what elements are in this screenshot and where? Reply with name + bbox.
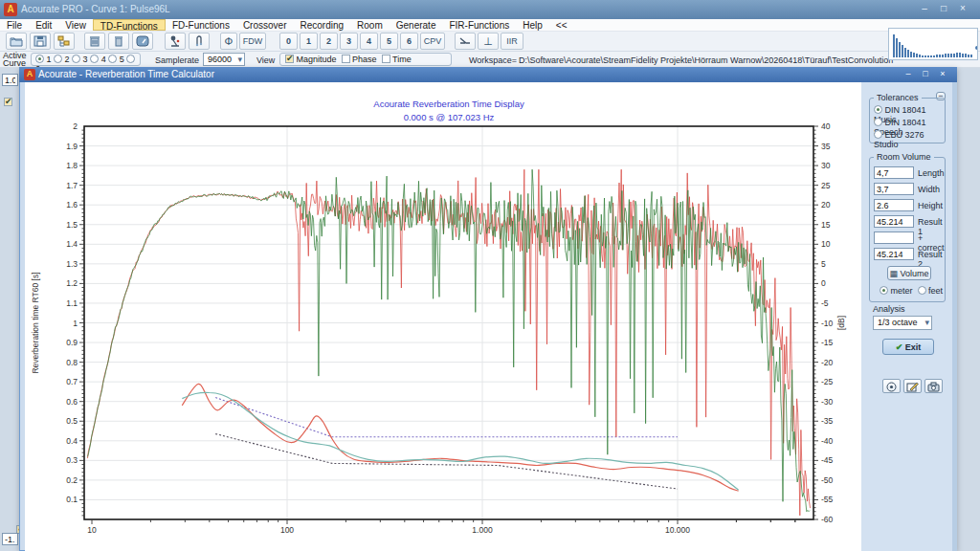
curve-scale-top-input[interactable]	[2, 74, 18, 86]
svg-text:0.5: 0.5	[66, 416, 78, 426]
exit-button[interactable]: ✔ Exit	[882, 339, 934, 355]
svg-text:-25: -25	[821, 377, 834, 386]
app-maximize-button[interactable]: □	[936, 3, 951, 15]
analysis-dropdown[interactable]: 1/3 octave▾	[873, 316, 932, 330]
curve-0-button[interactable]: 0	[279, 33, 298, 50]
dialog-minimize-button[interactable]: –	[902, 69, 915, 80]
svg-text:0.4: 0.4	[66, 436, 78, 446]
dialog-maximize-button[interactable]: □	[919, 69, 932, 80]
toolbar: Φ FDW 0 1 2 3 4 5 6 CPV ⊥ IIR	[0, 32, 980, 52]
svg-text:-55: -55	[821, 495, 834, 504]
volume-button[interactable]: ▦ Volume	[887, 266, 931, 280]
samplerate-dropdown[interactable]: 96000▾	[203, 53, 245, 66]
curve-tree-icon[interactable]	[54, 33, 75, 50]
active-curve-radio-2[interactable]	[54, 55, 62, 63]
tolerance-ebu-studio-radio[interactable]	[874, 130, 882, 139]
app-icon: A	[4, 3, 17, 16]
curve-5-button[interactable]: 5	[380, 33, 398, 50]
clip-icon[interactable]	[189, 33, 210, 50]
svg-text:-35: -35	[821, 416, 834, 426]
menu-td-functions[interactable]: TD-Functions	[93, 19, 166, 31]
svg-text:1.7: 1.7	[66, 181, 78, 190]
magnitude-checkbox[interactable]	[285, 55, 294, 63]
svg-text:5: 5	[821, 259, 826, 269]
menu-fd-functions[interactable]: FD-Functions	[166, 19, 236, 31]
menu-room[interactable]: Room	[350, 19, 390, 31]
open-folder-icon[interactable]	[6, 33, 27, 50]
delete-icon[interactable]	[108, 33, 129, 50]
unit-meter-radio[interactable]	[880, 286, 888, 295]
cursor-target-icon[interactable]	[882, 379, 901, 393]
correct-input[interactable]	[874, 231, 914, 244]
curve-scale-bottom-input[interactable]	[2, 533, 18, 545]
svg-text:1.6: 1.6	[66, 200, 78, 209]
height-label: Height	[918, 201, 943, 210]
menu-fir-functions[interactable]: FIR-Functions	[442, 19, 516, 31]
svg-text:35: 35	[821, 142, 831, 151]
menu-file[interactable]: File	[0, 19, 29, 31]
curve-3-button[interactable]: 3	[340, 33, 358, 50]
result2-input[interactable]	[874, 248, 914, 260]
length-input[interactable]	[874, 166, 914, 179]
unit-feet-label: feet	[928, 286, 943, 296]
svg-text:1.5: 1.5	[66, 220, 78, 230]
dialog-close-button[interactable]: ×	[936, 69, 949, 80]
fdw-button[interactable]: FDW	[239, 33, 266, 50]
menu-view[interactable]: View	[58, 19, 93, 31]
save-icon[interactable]	[30, 33, 51, 50]
phi-button[interactable]: Φ	[220, 33, 237, 50]
time-checkbox[interactable]	[382, 55, 390, 63]
iir-button[interactable]: IIR	[501, 33, 523, 50]
edit-pencil-icon[interactable]	[903, 379, 922, 393]
unit-feet-radio[interactable]	[918, 286, 926, 295]
menu-help[interactable]: Help	[516, 19, 549, 31]
svg-text:0.9: 0.9	[66, 338, 78, 347]
curve-1-button[interactable]: 1	[300, 33, 318, 50]
workspace-path: D:\Software\Acourate\StreamFidelity Proj…	[519, 55, 893, 65]
mic-icon[interactable]	[165, 33, 186, 50]
svg-text:1.4: 1.4	[66, 239, 78, 249]
height-input[interactable]	[874, 199, 914, 211]
menu-recording[interactable]: Recording	[293, 19, 350, 31]
tolerance-din-speech-radio[interactable]	[874, 118, 882, 126]
svg-text:25: 25	[821, 181, 831, 190]
active-curve-radio-4[interactable]	[90, 55, 99, 63]
app-titlebar: A Acourate PRO - Curve 1: Pulse96L – □ ×	[0, 0, 980, 19]
check-icon: ✔	[896, 342, 903, 352]
archive-bin-icon[interactable]	[84, 33, 105, 50]
camera-icon[interactable]	[924, 379, 943, 393]
svg-text:1.2: 1.2	[66, 278, 78, 288]
dialog-titlebar[interactable]: A Acourate - Reverberation Time Calculat…	[19, 67, 957, 82]
svg-text:10.000: 10.000	[665, 525, 690, 535]
svg-text:Acourate Reverberation Time Di: Acourate Reverberation Time Display	[373, 99, 524, 109]
cpv-button[interactable]: CPV	[420, 33, 445, 50]
curve-2-button[interactable]: 2	[320, 33, 338, 50]
svg-text:-45: -45	[821, 455, 834, 465]
svg-text:0.2: 0.2	[66, 475, 78, 485]
active-curve-radio-1[interactable]	[35, 55, 44, 63]
result1-input[interactable]	[874, 215, 914, 228]
curve-6-button[interactable]: 6	[400, 33, 418, 50]
svg-text:0.7: 0.7	[66, 377, 78, 386]
phase-checkbox[interactable]	[342, 55, 350, 63]
active-curve-radio-5[interactable]	[108, 55, 117, 63]
width-input[interactable]	[874, 183, 914, 195]
menu-generate[interactable]: Generate	[390, 19, 443, 31]
curve-4-button[interactable]: 4	[360, 33, 378, 50]
menu-collapse[interactable]: <<	[549, 19, 574, 31]
perpendicular-button[interactable]: ⊥	[478, 33, 499, 50]
menu-crossover[interactable]: Crossover	[236, 19, 294, 31]
menu-edit[interactable]: Edit	[29, 19, 58, 31]
slope-icon[interactable]	[455, 33, 476, 50]
active-curve-option-label: 3	[83, 55, 88, 64]
active-curve-radio-3[interactable]	[72, 55, 80, 63]
app-minimize-button[interactable]: –	[917, 3, 932, 15]
active-curve-radio-6[interactable]	[126, 55, 135, 63]
app-close-button[interactable]: ×	[955, 3, 970, 15]
gauge-icon[interactable]	[132, 33, 153, 50]
svg-text:-5: -5	[821, 298, 829, 308]
room-volume-label: Room Volume	[874, 152, 934, 162]
curve-visible-checkbox-top[interactable]	[4, 98, 12, 106]
svg-text:0: 0	[821, 278, 826, 288]
tolerance-din-music-radio[interactable]	[874, 105, 882, 114]
